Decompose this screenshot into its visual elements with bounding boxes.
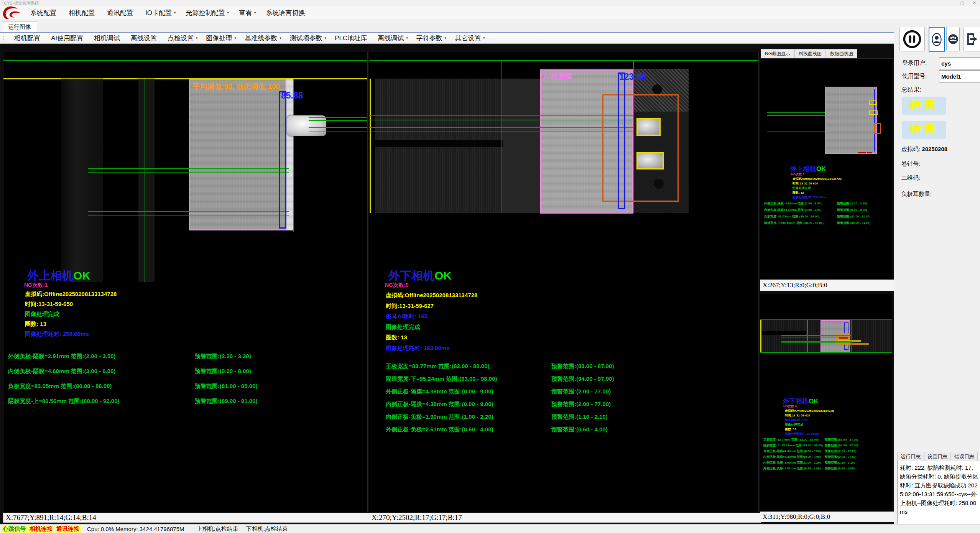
mini-ai-row: 极耳AI耗时: 165: [785, 418, 807, 422]
chevron-down-icon: ▾: [174, 11, 176, 15]
mini-code-row: 虚拟码:Offline20250208133134728: [785, 409, 834, 413]
winder-label: 卷针号:: [901, 160, 920, 168]
bright-strip: [286, 79, 293, 230]
user-manager-button[interactable]: [946, 27, 960, 51]
cpu-memory-text: Cpu: 0.0% Memory: 3424.41796875M: [87, 526, 184, 532]
close-icon[interactable]: ✕: [973, 0, 976, 5]
loop-count-row: 圈数: 13: [386, 334, 407, 341]
loop-count-row: 圈数: 13: [25, 321, 46, 328]
measure-h-green: [309, 127, 367, 128]
process-done-row: 图像处理完成: [386, 324, 420, 331]
preview-tab-bar: NG截图显示 料线曲线图 数据曲线图: [761, 49, 857, 58]
mini-ng-count: NG次数:1: [791, 172, 804, 176]
log-content[interactable]: 耗时: 222, 缺陷检测耗时: 17, 缺陷分类耗时: 0, 缺陷提取分区耗时…: [897, 461, 980, 533]
toolbar-item[interactable]: 相机配置: [10, 34, 47, 43]
exit-door-icon: [965, 31, 980, 47]
toolbar-item[interactable]: 其它设置▾: [451, 34, 489, 43]
log-tab[interactable]: 设置日志: [924, 452, 951, 461]
exit-button[interactable]: [964, 27, 980, 51]
menu-item[interactable]: 查看▾: [234, 8, 261, 17]
log-tab[interactable]: 错误日志: [951, 452, 978, 461]
toolbar-grip-handle[interactable]: [3, 35, 5, 41]
mini-band: [760, 319, 892, 353]
minimize-icon[interactable]: ─: [949, 0, 952, 5]
chevron-down-icon: ▾: [406, 36, 408, 40]
title-bar: CYS-视觉检测系统 ─ ▢ ✕: [0, 0, 980, 6]
toolbar-item[interactable]: 测试项参数▾: [286, 34, 331, 43]
login-user-field[interactable]: cys: [939, 57, 980, 69]
toolbar-item[interactable]: 离线设置: [127, 34, 163, 43]
lower-camera-statusline: X:270;Y:2502;R:17;G:17;B:17: [369, 513, 761, 523]
chevron-down-icon: ▾: [196, 36, 198, 40]
menu-bar: 系统配置 相机配置 通讯配置 IO卡配置▾ 光源控制配置▾: [0, 6, 980, 20]
mini-measurement-row: 内侧负极-隔膜=4.60mm 范围:(3.00 - 6.00) 预警范围:(0.…: [764, 208, 891, 214]
mini-measurement-row: 正极宽度=83.77mm 范围:(82.00 - 88.00) 预警范围:(83…: [763, 438, 892, 443]
tab-metal-blob: [287, 115, 326, 136]
edge-v-green: [293, 79, 294, 232]
mini-h-green: [767, 132, 825, 132]
mini-band-groove: [760, 331, 806, 335]
pause-button[interactable]: [899, 27, 925, 51]
toolbar-item[interactable]: 离线调试▾: [373, 34, 412, 43]
control-panel: 登录用户: cys 使用型号: Model1 总结果: 结果 结果 虚拟码: 2…: [894, 19, 980, 533]
pause-icon: [902, 29, 922, 49]
virtual-code-field: 虚拟码: 20250208: [901, 146, 947, 153]
toolbar-item[interactable]: 字符参数▾: [412, 34, 451, 43]
mini-measurement-row: 外侧正极-负极=2.61mm 范围:(0.60 - 4.00) 预警范围:(0.…: [763, 466, 892, 472]
threshold-overlay-label: 平均阈值:93, 动态阈值:100: [192, 82, 280, 92]
toolbar-item[interactable]: PLC地址库: [331, 34, 373, 43]
toolbar-item[interactable]: AI使用配置: [47, 34, 90, 43]
menu-item[interactable]: 系统配置: [25, 8, 64, 17]
virtual-code-value: 20250208: [922, 146, 947, 152]
measure-h-green: [309, 132, 367, 132]
measurement-row: 正极宽度=83.77mm 范围:(82.00 - 88.00) 预警范围:(83…: [386, 363, 750, 375]
mini-done-row: 图像处理完成: [785, 423, 803, 427]
toolbar-item[interactable]: 基准线参数▾: [240, 34, 286, 43]
toolbar-item[interactable]: 图像处理▾: [202, 34, 241, 43]
log-tab-bar: 运行日志 设置日志 错误日志: [897, 452, 978, 461]
mini-measurement-row: 外侧正极-隔膜=4.38mm 范围:(0.00 - 9.00) 预警范围:(2.…: [763, 449, 892, 455]
measurement-row: 内侧负极-隔膜=4.60mm 范围:(3.00 - 6.00) 预警范围:(0.…: [8, 368, 365, 383]
preview-tab[interactable]: NG截图显示: [761, 49, 794, 58]
log-tab[interactable]: 运行日志: [897, 452, 924, 461]
preview-lower-statusline: X:311;Y:980;R:0;G:0;B:0: [760, 512, 895, 522]
menu-item[interactable]: 通讯配置: [102, 8, 140, 17]
menu-item[interactable]: 系统语言切换: [261, 8, 312, 17]
preview-tab[interactable]: 料线曲线图: [794, 49, 826, 58]
mini-ng-count: NG次数:0: [783, 404, 797, 408]
maximize-icon[interactable]: ▢: [960, 0, 964, 5]
mini-v-yellow: [760, 319, 761, 353]
ai-frame-upper: 平均阈值:93, 动态阈值:100: [189, 79, 286, 230]
upper-camera-view[interactable]: 平均阈值:93, 动态阈值:100 85.88 外上相机OK NG次数:1 虚拟…: [3, 52, 368, 512]
measure-v-green: [501, 61, 502, 213]
menu-item[interactable]: IO卡配置▾: [140, 8, 181, 17]
chevron-down-icon: ▾: [235, 36, 237, 40]
menu-item[interactable]: 相机配置: [64, 8, 102, 17]
current-user-button[interactable]: [929, 27, 945, 52]
menu-item[interactable]: 光源控制配置▾: [181, 8, 234, 17]
mini-done-row: 图像处理完成: [793, 186, 811, 190]
heartbeat-badge: 心跳信号: [1, 525, 27, 533]
ng-preview-upper[interactable]: 外上相机OK NG次数:1 虚拟码:Offline202502081331347…: [760, 58, 893, 279]
ng-preview-lower[interactable]: 外下相机OK NG次数:0 虚拟码:Offline202502081331347…: [760, 294, 893, 511]
tool-bar: 相机配置 AI使用配置 相机调试 离线设置 点检设置▾: [0, 33, 894, 44]
user-icon: [931, 31, 943, 48]
edge-v-yellow: [370, 79, 371, 213]
mini-v-green: [807, 319, 808, 353]
lower-camera-view[interactable]: AI检测框 123.80 外下相机OK NG次数:0 虚拟码:Offline20…: [369, 52, 759, 512]
preview-tab[interactable]: 数据曲线图: [826, 49, 857, 58]
elapsed-row: 图像处理耗时: 183.00ms: [386, 345, 450, 352]
mini-h-green: [760, 319, 892, 320]
toolbar-item[interactable]: 点检设置▾: [163, 34, 202, 43]
mini-ai-frame: [825, 87, 877, 154]
model-field[interactable]: Model1: [939, 70, 980, 82]
mini-h-green: [781, 342, 851, 343]
mini-elapsed-row: 图像处理耗时: 183.00ms: [785, 432, 819, 436]
chevron-down-icon: ▾: [280, 36, 281, 40]
mini-measurement-row: 隔膜宽度-下=95.24mm 范围:(93.00 - 98.00) 预警范围:(…: [763, 443, 892, 449]
mini-loops-row: 圈数: 13: [785, 427, 796, 431]
mini-h-green: [760, 352, 892, 353]
tab-run-image[interactable]: 运行图像: [2, 21, 37, 32]
upper-camera-statusline: X:7677;Y:891;R:14;G:14;B:14: [3, 513, 370, 523]
toolbar-item[interactable]: 相机调试: [90, 34, 127, 43]
